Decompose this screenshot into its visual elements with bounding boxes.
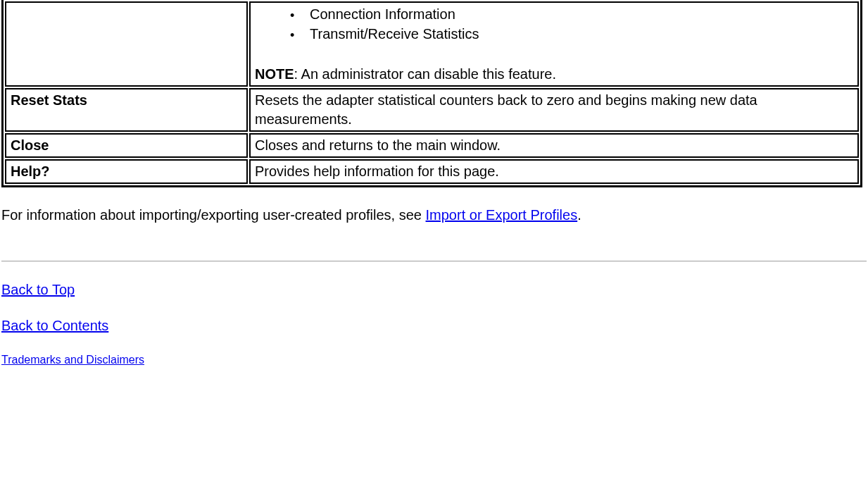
section-divider <box>1 261 867 262</box>
row-name-cell: Close <box>5 133 248 158</box>
bullet-item: Transmit/Receive Statistics <box>283 24 853 44</box>
note-label: NOTE <box>255 66 294 82</box>
back-to-contents-link[interactable]: Back to Contents <box>1 318 108 333</box>
row-desc-cell: Closes and returns to the main window. <box>249 133 859 158</box>
bullet-list: Connection Information Transmit/Receive … <box>283 4 853 44</box>
note-line: NOTE: An administrator can disable this … <box>255 65 853 84</box>
bullet-item: Connection Information <box>283 4 853 24</box>
trademarks-disclaimers-link[interactable]: Trademarks and Disclaimers <box>1 354 144 366</box>
table-row: Connection Information Transmit/Receive … <box>5 1 859 87</box>
row-desc-cell: Provides help information for this page. <box>249 159 859 184</box>
paragraph-pre: For information about importing/exportin… <box>1 207 426 223</box>
paragraph-post: . <box>577 207 581 223</box>
import-export-profiles-link[interactable]: Import or Export Profiles <box>426 207 578 223</box>
table-row: Close Closes and returns to the main win… <box>5 133 859 158</box>
row-desc-cell: Resets the adapter statistical counters … <box>249 88 859 132</box>
nav-links: Back to Top Back to Contents Trademarks … <box>0 282 868 366</box>
row-name-cell: Reset Stats <box>5 88 248 132</box>
feature-table: Connection Information Transmit/Receive … <box>1 0 862 187</box>
table-row: Reset Stats Resets the adapter statistic… <box>5 88 859 132</box>
back-to-top-link[interactable]: Back to Top <box>1 282 75 297</box>
row-desc-cell: Connection Information Transmit/Receive … <box>249 1 859 87</box>
info-paragraph: For information about importing/exportin… <box>0 204 868 225</box>
note-text: : An administrator can disable this feat… <box>294 66 556 82</box>
table-row: Help? Provides help information for this… <box>5 159 859 184</box>
row-name-cell <box>5 1 248 87</box>
row-name-cell: Help? <box>5 159 248 184</box>
